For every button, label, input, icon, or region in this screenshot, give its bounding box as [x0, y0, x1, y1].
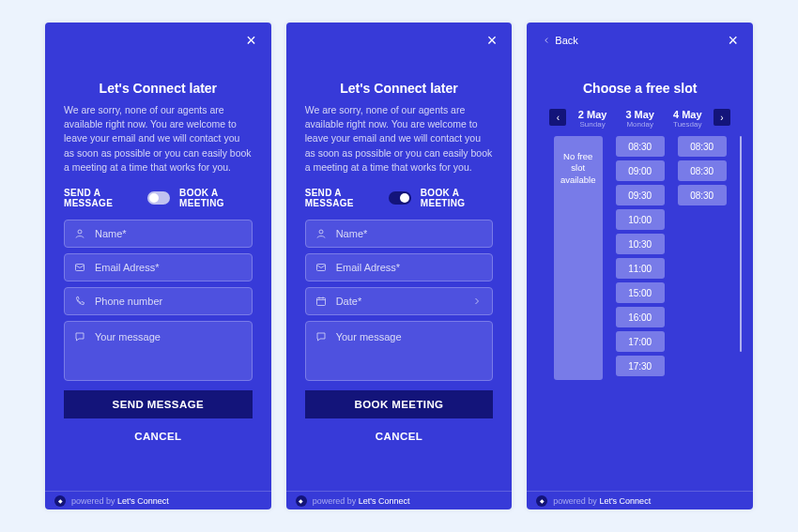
footer: powered by Let's Connect	[45, 491, 271, 509]
svg-point-2	[319, 230, 323, 234]
mail-icon	[315, 262, 327, 273]
day-header[interactable]: 4 May Tuesday	[673, 109, 702, 129]
svg-point-0	[78, 230, 82, 234]
page-title: Choose a free slot	[545, 81, 734, 96]
close-icon[interactable]: ×	[729, 32, 739, 49]
phone-placeholder: Phone number	[95, 296, 162, 307]
no-free-slot-label: No free slot available	[554, 136, 603, 380]
toggle-label-left: SEND A MESSAGE	[305, 188, 379, 208]
time-slot[interactable]: 09:00	[616, 160, 665, 181]
chevron-right-icon	[471, 296, 483, 307]
close-icon[interactable]: ×	[246, 32, 256, 49]
message-icon	[315, 331, 327, 342]
svg-rect-4	[316, 298, 325, 306]
footer-brand-link[interactable]: Let's Connect	[599, 496, 651, 506]
brand-logo-icon	[54, 495, 66, 507]
mode-toggle[interactable]	[389, 191, 411, 205]
prev-day-button[interactable]: ‹	[549, 109, 566, 126]
time-slot[interactable]: 09:30	[616, 185, 665, 205]
toggle-label-right: BOOK A MEETING	[421, 188, 494, 208]
page-description: We are sorry, none of our agents are ava…	[305, 103, 494, 175]
message-placeholder: Your message	[95, 331, 161, 371]
slot-column: 08:30 08:30 08:30	[678, 136, 727, 380]
time-slot[interactable]: 16:00	[616, 307, 665, 327]
time-slot[interactable]: 08:30	[616, 136, 665, 157]
name-placeholder: Name*	[95, 228, 127, 239]
name-field[interactable]: Name*	[64, 220, 253, 248]
mode-toggle-row: SEND A MESSAGE BOOK A MEETING	[64, 188, 253, 208]
message-icon	[74, 331, 85, 342]
footer-brand-link[interactable]: Let's Connect	[117, 496, 169, 506]
titlebar: ×	[286, 23, 513, 58]
name-field[interactable]: Name*	[305, 220, 494, 248]
panel-send-message: × Let's Connect later We are sorry, none…	[45, 23, 271, 509]
mail-icon	[74, 262, 85, 273]
toggle-label-right: BOOK A MEETING	[179, 188, 253, 208]
email-placeholder: Email Adress*	[336, 262, 400, 273]
svg-rect-1	[76, 265, 84, 271]
message-placeholder: Your message	[336, 331, 402, 371]
time-slot[interactable]: 10:30	[616, 234, 665, 254]
email-field[interactable]: Email Adress*	[305, 253, 494, 281]
time-slot[interactable]: 11:00	[616, 258, 665, 279]
time-slot[interactable]: 08:30	[678, 185, 727, 205]
time-slot[interactable]: 15:00	[616, 282, 665, 303]
day-navigation: ‹ 2 May Sunday 3 May Monday 4 May Tuesda…	[545, 109, 734, 129]
date-field[interactable]: Date*	[305, 287, 494, 315]
footer-brand-link[interactable]: Let's Connect	[359, 496, 410, 506]
calendar-icon	[315, 296, 327, 307]
user-icon	[74, 228, 85, 239]
mode-toggle[interactable]	[147, 191, 170, 205]
next-day-button[interactable]: ›	[714, 109, 730, 126]
panel-choose-slot: Back × Choose a free slot ‹ 2 May Sunday…	[527, 23, 753, 509]
time-slot[interactable]: 17:00	[616, 331, 665, 352]
cancel-button[interactable]: CANCEL	[305, 422, 494, 450]
page-title: Let's Connect later	[64, 81, 253, 96]
date-placeholder: Date*	[336, 296, 362, 307]
book-meeting-button[interactable]: BOOK MEETING	[305, 390, 494, 418]
titlebar: Back ×	[527, 23, 753, 58]
footer: powered by Let's Connect	[286, 491, 513, 509]
message-field[interactable]: Your message	[64, 321, 253, 381]
email-placeholder: Email Adress*	[95, 262, 159, 273]
panel-book-meeting: × Let's Connect later We are sorry, none…	[286, 23, 513, 509]
brand-logo-icon	[536, 495, 547, 507]
titlebar: ×	[45, 23, 271, 58]
chevron-left-icon	[542, 36, 551, 45]
page-title: Let's Connect later	[305, 81, 494, 96]
scroll-indicator[interactable]	[740, 136, 742, 352]
time-slot[interactable]: 08:30	[678, 160, 727, 181]
name-placeholder: Name*	[336, 228, 368, 239]
page-description: We are sorry, none of our agents are ava…	[64, 103, 253, 175]
phone-field[interactable]: Phone number	[64, 287, 253, 315]
back-button[interactable]: Back	[542, 35, 577, 46]
mode-toggle-row: SEND A MESSAGE BOOK A MEETING	[305, 188, 494, 208]
svg-rect-3	[316, 265, 325, 271]
day-header[interactable]: 2 May Sunday	[578, 109, 607, 129]
time-slot[interactable]: 08:30	[678, 136, 727, 157]
send-message-button[interactable]: SEND MESSAGE	[64, 390, 253, 418]
footer: powered by Let's Connect	[527, 491, 753, 509]
slot-column: 08:30 09:00 09:30 10:00 10:30 11:00 15:0…	[616, 136, 665, 380]
message-field[interactable]: Your message	[305, 321, 494, 381]
time-slot[interactable]: 10:00	[616, 209, 665, 230]
toggle-label-left: SEND A MESSAGE	[64, 188, 138, 208]
slot-grid: No free slot available 08:30 09:00 09:30…	[545, 136, 734, 380]
cancel-button[interactable]: CANCEL	[64, 422, 253, 450]
brand-logo-icon	[296, 495, 307, 507]
email-field[interactable]: Email Adress*	[64, 253, 253, 281]
back-label: Back	[555, 35, 577, 46]
phone-icon	[74, 296, 85, 307]
day-header[interactable]: 3 May Monday	[625, 109, 654, 129]
close-icon[interactable]: ×	[487, 32, 498, 49]
user-icon	[315, 228, 327, 239]
time-slot[interactable]: 17:30	[616, 356, 665, 376]
